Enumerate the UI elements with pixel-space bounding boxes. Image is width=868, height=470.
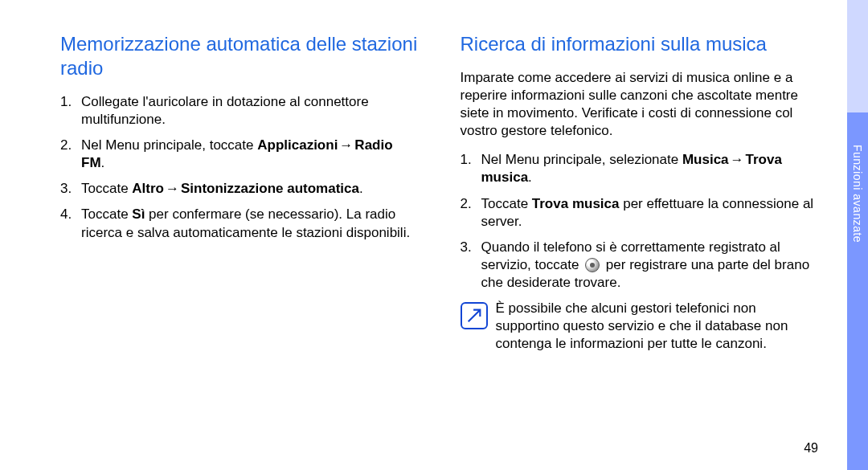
item-bold1: Sì xyxy=(132,206,145,222)
item-number: 2. xyxy=(60,137,72,154)
intro-paragraph: Imparate come accedere ai servizi di mus… xyxy=(461,69,821,140)
page-number: 49 xyxy=(804,441,818,456)
list-item: 2. Toccate Trova musica per effettuare l… xyxy=(461,195,821,231)
tab-light-segment xyxy=(847,0,868,112)
item-bold1: Altro xyxy=(132,181,164,196)
item-bold1: Trova musica xyxy=(532,196,620,211)
list-item: 4. Toccate Sì per confermare (se necessa… xyxy=(60,206,420,241)
list-item: 2. Nel Menu principale, toccate Applicaz… xyxy=(60,137,420,172)
note-icon xyxy=(461,302,488,329)
item-bold1: Musica xyxy=(682,152,729,167)
item-number: 3. xyxy=(60,180,72,198)
item-bold2: Sintonizzazione automatica xyxy=(181,181,359,196)
list-item: 1. Collegate l'auricolare in dotazione a… xyxy=(60,93,420,129)
item-text-post: . xyxy=(528,170,532,185)
item-number: 1. xyxy=(60,93,72,111)
left-list: 1. Collegate l'auricolare in dotazione a… xyxy=(60,93,420,242)
item-number: 4. xyxy=(60,206,72,223)
left-heading: Memorizzazione automatica delle stazioni… xyxy=(60,32,420,80)
tab-label: Funzioni avanzate xyxy=(851,145,864,243)
list-item: 3. Quando il telefono si è correttamente… xyxy=(461,239,821,292)
item-text-pre: Nel Menu principale, selezionate xyxy=(481,152,682,167)
list-item: 3. Toccate Altro → Sintonizzazione autom… xyxy=(60,180,420,198)
arrow-icon: → xyxy=(338,137,354,154)
item-text-pre: Toccate xyxy=(81,181,132,196)
record-icon xyxy=(585,258,600,272)
item-number: 1. xyxy=(461,151,472,169)
item-text-pre: Nel Menu principale, toccate xyxy=(81,137,257,153)
tab-main-segment: Funzioni avanzate xyxy=(847,112,868,470)
item-text-post: . xyxy=(359,181,363,196)
item-text-pre: Toccate xyxy=(81,206,132,222)
item-text-post: . xyxy=(101,155,105,170)
item-number: 3. xyxy=(461,239,472,256)
note-text: È possibile che alcuni gestori telefonic… xyxy=(496,300,821,353)
list-item: 1. Nel Menu principale, selezionate Musi… xyxy=(461,151,821,186)
note-callout: È possibile che alcuni gestori telefonic… xyxy=(461,300,821,353)
side-tab: Funzioni avanzate xyxy=(847,0,868,470)
item-text-pre: Toccate xyxy=(481,196,532,211)
right-list: 1. Nel Menu principale, selezionate Musi… xyxy=(461,151,821,292)
item-text: Collegate l'auricolare in dotazione al c… xyxy=(81,94,369,127)
arrow-icon: → xyxy=(164,180,181,198)
left-column: Memorizzazione automatica delle stazioni… xyxy=(60,32,420,446)
arrow-icon: → xyxy=(729,151,746,169)
right-heading: Ricerca di informazioni sulla musica xyxy=(461,32,821,56)
item-number: 2. xyxy=(461,195,472,213)
item-bold1: Applicazioni xyxy=(257,137,338,153)
right-column: Ricerca di informazioni sulla musica Imp… xyxy=(461,32,821,446)
